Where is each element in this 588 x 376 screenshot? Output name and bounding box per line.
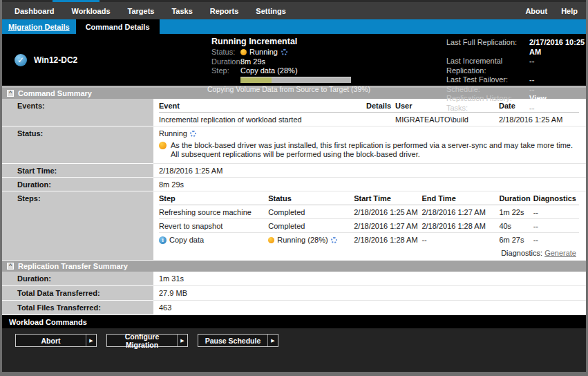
col-details: Details [366, 99, 395, 113]
step-cell: Refreshing source machine [159, 205, 268, 219]
command-summary-body: Events: Event Details User Date Incremen… [2, 99, 586, 261]
info-row: Replication History: View [446, 94, 586, 104]
transfer-duration-value: 1m 31s [153, 272, 586, 286]
running-status-icon [268, 237, 274, 243]
step-value: Copy data (28%) [240, 66, 298, 76]
nav-about[interactable]: About [525, 7, 547, 15]
col-start-time: Start Time [354, 191, 421, 205]
col-duration: Duration [499, 191, 533, 205]
step-name: Copy data [169, 236, 204, 244]
spinner-icon [281, 49, 287, 55]
duration-cell: 6m 27s [499, 233, 533, 247]
transfer-summary-header: ^ Replication Transfer Summary [2, 261, 586, 272]
command-duration-value: 8m 29s [153, 178, 586, 191]
col-status: Status [268, 191, 354, 205]
steps-row: Steps: Step Status Start Time End Time D… [2, 191, 586, 261]
status-note-text: As the block-based driver was just insta… [171, 141, 579, 159]
status-cell: Running (28%) [268, 233, 354, 247]
step-row: Revert to snapshot Completed 2/18/2016 1… [159, 219, 579, 233]
workload-identity: ✓ Win12-DC2 [15, 34, 77, 86]
status-summary-label: Status: [2, 126, 153, 164]
steps-label: Steps: [2, 191, 153, 261]
end-cell: -- [421, 233, 499, 247]
info-row: Schedule: -- [446, 85, 586, 95]
info-value: -- [529, 57, 534, 75]
duration-label: Duration: [211, 57, 240, 67]
workload-ok-icon: ✓ [15, 54, 27, 66]
command-status-panel: Running Incremental Status: Running Dura… [211, 37, 374, 93]
info-row: Last Test Failover: -- [446, 75, 586, 85]
workload-commands-header: Workload Commands [2, 315, 586, 328]
workload-name: Win12-DC2 [34, 55, 77, 65]
command-duration-label: Duration: [2, 178, 153, 191]
info-value: -- [529, 75, 534, 85]
pause-schedule-button[interactable]: Pause Schedule ▶ [198, 334, 278, 347]
nav-reports[interactable]: Reports [210, 7, 239, 15]
nav-dashboard[interactable]: Dashboard [15, 7, 54, 15]
step-row: Refreshing source machine Completed 2/18… [159, 205, 579, 219]
diagnostics-label: Diagnostics: [501, 249, 542, 257]
transfer-summary-title: Replication Transfer Summary [18, 262, 128, 270]
step-cell: Revert to snapshot [159, 219, 268, 233]
start-cell: 2/18/2016 1:27 AM [354, 219, 421, 233]
top-nav-wrap: Dashboard Workloads Targets Tasks Report… [2, 0, 586, 19]
replication-info-panel: Last Full Replication: 2/17/2016 10:25 A… [446, 38, 586, 113]
nav-settings[interactable]: Settings [256, 7, 285, 15]
diagnostics-cell: -- [533, 205, 579, 219]
collapse-icon[interactable]: ^ [7, 90, 14, 97]
tab-migration-details[interactable]: Migration Details [2, 19, 76, 34]
nav-workloads[interactable]: Workloads [71, 7, 110, 15]
tab-bar: Migration Details Command Details [2, 19, 586, 34]
info-label: Schedule: [446, 85, 529, 95]
info-label: Tasks: [446, 104, 529, 113]
status-note: As the block-based driver was just insta… [159, 141, 579, 159]
start-time-label: Start Time: [2, 164, 153, 178]
nav-right: About Help [525, 7, 578, 15]
pause-schedule-button-label: Pause Schedule [198, 337, 267, 345]
submenu-arrow-icon: ▶ [86, 335, 96, 346]
collapse-icon[interactable]: ^ [7, 263, 14, 270]
nav-help[interactable]: Help [561, 7, 578, 15]
col-end-time: End Time [421, 191, 499, 205]
diagnostics-cell: -- [533, 219, 579, 233]
start-cell: 2/18/2016 1:28 AM [354, 233, 421, 247]
transfer-duration-label: Duration: [2, 272, 153, 286]
duration-cell: 40s [499, 219, 533, 233]
step-label: Step: [211, 66, 240, 76]
tab-command-details[interactable]: Command Details [76, 19, 160, 34]
nav-tasks[interactable]: Tasks [171, 7, 192, 15]
status-cell: Completed [268, 205, 354, 219]
abort-button-label: Abort [16, 337, 86, 345]
replication-history-view-link[interactable]: View [529, 94, 547, 104]
status-label: Status: [211, 48, 240, 57]
configure-migration-button-label: Configure Migration [107, 332, 177, 349]
col-step: Step [159, 191, 268, 205]
duration-cell: 1m 22s [499, 205, 533, 219]
workload-commands-title: Workload Commands [9, 318, 87, 326]
info-row: Tasks: -- [446, 104, 586, 113]
event-row: Incremental replication of workload star… [159, 113, 579, 126]
status-summary-row: Status: Running As the block-based drive… [2, 126, 586, 164]
transfer-summary-body: Duration: 1m 31s Total Data Transferred:… [2, 272, 586, 315]
duration-value: 8m 29s [240, 57, 265, 67]
info-label: Replication History: [446, 94, 529, 104]
status-running-line: Running [159, 126, 579, 138]
status-running-text: Running [159, 129, 187, 138]
generate-diagnostics-link[interactable]: Generate [544, 249, 576, 257]
total-data-row: Total Data Transferred: 27.9 MB [2, 286, 586, 301]
col-diagnostics: Diagnostics [533, 191, 579, 205]
running-status-icon [240, 49, 247, 55]
progress-caption: Copying Volume Data from Source to Targe… [206, 85, 372, 93]
info-value: -- [529, 104, 534, 113]
events-label: Events: [2, 99, 153, 126]
abort-button[interactable]: Abort ▶ [15, 334, 97, 347]
step-cell: i Copy data [159, 233, 268, 247]
nav-targets[interactable]: Targets [128, 7, 155, 15]
configure-migration-button[interactable]: Configure Migration ▶ [106, 334, 188, 347]
transfer-duration-row: Duration: 1m 31s [2, 272, 586, 286]
details-cell [366, 113, 395, 126]
info-icon: i [159, 236, 167, 244]
info-label: Last Incremental Replication: [446, 57, 529, 75]
command-duration-row: Duration: 8m 29s [2, 178, 586, 191]
user-cell: MIGRATEAUTO\build [395, 113, 499, 126]
